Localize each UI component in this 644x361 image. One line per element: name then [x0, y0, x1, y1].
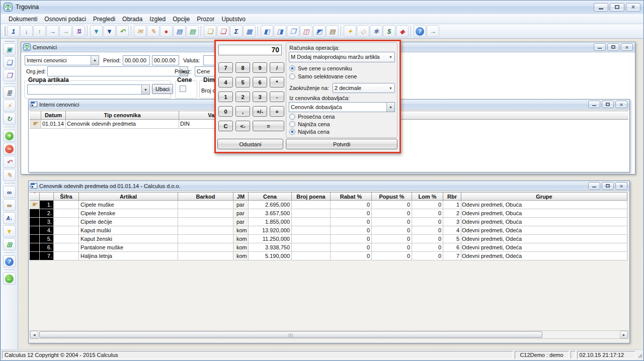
- archive-delete-icon[interactable]: ▤: [173, 25, 186, 37]
- resize-grip[interactable]: ◢: [638, 352, 642, 358]
- column-popust[interactable]: Popust %: [372, 192, 412, 201]
- menu-osnovni-podaci[interactable]: Osnovni podaci: [41, 15, 90, 24]
- scroll-left-icon[interactable]: ◀: [30, 331, 38, 338]
- mark-diamond-icon[interactable]: ◆: [396, 25, 409, 37]
- cell-datum[interactable]: 01.01.14: [41, 120, 66, 129]
- cell-popust[interactable]: 0: [372, 235, 412, 243]
- column-datum[interactable]: Datum: [41, 111, 66, 120]
- key-plusminus[interactable]: +/-: [253, 106, 267, 117]
- cell-row-number[interactable]: 2.: [40, 209, 54, 218]
- cell-artikal[interactable]: Cipele dečije: [79, 218, 178, 226]
- cell-row-number[interactable]: 7.: [40, 252, 54, 260]
- cell-barkod[interactable]: [178, 201, 233, 209]
- cell-barkod[interactable]: [178, 209, 233, 218]
- layout-sidebar-icon[interactable]: ◧: [261, 25, 273, 37]
- close-button[interactable]: ×: [621, 43, 633, 51]
- calendar-icon[interactable]: ▦: [243, 25, 256, 37]
- cell-artikal[interactable]: Cipele muške: [79, 201, 178, 209]
- cell-tip-cenovnika[interactable]: Cenovnik odevnih predmeta: [66, 120, 179, 129]
- cell-popust[interactable]: 0: [372, 201, 412, 209]
- minimize-button[interactable]: [588, 101, 600, 108]
- cell-barkod[interactable]: [178, 226, 233, 235]
- cell-broj-poena[interactable]: [292, 201, 331, 209]
- period-to-field[interactable]: 00.00.00: [152, 55, 179, 65]
- cell-rbr[interactable]: 5: [443, 235, 461, 243]
- minimize-button[interactable]: [588, 182, 600, 190]
- menu-dokumenti[interactable]: Dokumenti: [5, 15, 41, 24]
- close-button[interactable]: ×: [615, 101, 627, 108]
- cell-broj-poena[interactable]: [292, 209, 331, 218]
- cell-popust[interactable]: 0: [372, 252, 412, 260]
- radio-icon[interactable]: [289, 65, 295, 71]
- column-sifra[interactable]: Šifra: [54, 192, 79, 201]
- minimize-button[interactable]: [594, 3, 608, 12]
- key-7[interactable]: 7: [218, 62, 233, 73]
- new-document-icon[interactable]: 1: [7, 25, 20, 37]
- next-record-icon[interactable]: →: [59, 25, 72, 37]
- column-lom[interactable]: Lom %: [412, 192, 443, 201]
- cell-grupe[interactable]: Odevni predmeti, Obuća: [461, 209, 627, 218]
- column-cena[interactable]: Cena: [249, 192, 292, 201]
- table-row[interactable]: 2. Cipele ženske par 3.657,500 0 0 0 2 O…: [30, 209, 627, 218]
- menu-prozor[interactable]: Prozor: [193, 15, 218, 24]
- cell-row-number[interactable]: 4.: [40, 226, 54, 235]
- cell-grupe[interactable]: Odevni predmeti, Odeća: [461, 243, 627, 252]
- radio-icon[interactable]: [289, 129, 295, 135]
- cell-sifra[interactable]: [54, 252, 79, 260]
- cell-grupe[interactable]: Odevni predmeti, Odeća: [461, 226, 627, 235]
- chevron-down-icon[interactable]: ▼: [91, 56, 99, 65]
- cell-popust[interactable]: 0: [372, 209, 412, 218]
- menu-opcije[interactable]: Opcije: [169, 15, 193, 24]
- table-row[interactable]: ☛ 1. Cipele muške par 2.695,000 0 0 0 1 …: [30, 201, 627, 209]
- filter-icon[interactable]: ▼: [3, 225, 16, 237]
- key-8[interactable]: 8: [235, 62, 250, 73]
- sidebar-grip[interactable]: [5, 40, 15, 42]
- key-backspace[interactable]: <-: [235, 121, 250, 131]
- toolbar-grip[interactable]: [4, 26, 6, 36]
- column-barkod[interactable]: Barkod: [178, 192, 233, 201]
- chevron-down-icon[interactable]: ▼: [141, 85, 149, 94]
- exit-icon[interactable]: →: [427, 25, 439, 37]
- cell-lom[interactable]: 0: [412, 218, 443, 226]
- table-row[interactable]: 5. Kaput ženski kom 11.250,000 0 0 0 5 O…: [30, 235, 627, 243]
- edit-cell-icon[interactable]: ✎: [3, 169, 16, 181]
- print-icon[interactable]: ≣: [3, 86, 16, 99]
- layout-mark-icon[interactable]: ◫: [300, 25, 312, 37]
- cell-rabat[interactable]: 0: [331, 252, 372, 260]
- notes-icon[interactable]: ▤: [326, 25, 339, 37]
- cell-jm[interactable]: kom: [233, 243, 249, 252]
- copy-mark-icon[interactable]: ❏: [217, 25, 229, 37]
- radio-icon[interactable]: [289, 73, 295, 79]
- cell-artikal[interactable]: Haljina letnja: [79, 252, 178, 260]
- key-multiply[interactable]: *: [270, 77, 284, 87]
- back-icon[interactable]: ←: [3, 273, 16, 285]
- cell-jm[interactable]: kom: [233, 226, 249, 235]
- layout-grid-icon[interactable]: ◨: [274, 25, 286, 37]
- cell-sifra[interactable]: [54, 209, 79, 218]
- cell-broj-poena[interactable]: [292, 218, 331, 226]
- table-row[interactable]: 6. Pantalone muške kom 3.938,750 0 0 0 6…: [30, 243, 627, 252]
- scroll-right-icon[interactable]: ▶: [620, 331, 628, 338]
- sort-az-icon[interactable]: A↓: [3, 212, 16, 224]
- cell-popust[interactable]: 0: [372, 226, 412, 235]
- radio-icon[interactable]: [289, 114, 295, 120]
- key-5[interactable]: 5: [235, 77, 250, 87]
- cell-sifra[interactable]: [54, 201, 79, 209]
- cell-jm[interactable]: kom: [233, 235, 249, 243]
- delete-record-icon[interactable]: ●: [160, 25, 173, 37]
- cell-rabat[interactable]: 0: [331, 218, 372, 226]
- print-preview-icon[interactable]: ↻: [3, 113, 16, 125]
- cell-artikal[interactable]: Kaput muški: [79, 226, 178, 235]
- cell-barkod[interactable]: [178, 243, 233, 252]
- radio-icon[interactable]: [289, 121, 295, 127]
- cell-row-number[interactable]: 5.: [40, 235, 54, 243]
- operation-dropdown[interactable]: M Dodaj maloprodajnu maržu artikla ▼: [289, 52, 395, 62]
- cell-popust[interactable]: 0: [372, 218, 412, 226]
- key-equals[interactable]: =: [253, 121, 284, 131]
- column-jm[interactable]: JM: [233, 192, 249, 201]
- rounding-dropdown[interactable]: 2 decimale ▼: [333, 83, 395, 93]
- menu-obrada[interactable]: Obrada: [119, 15, 146, 24]
- cell-jm[interactable]: kom: [233, 252, 249, 260]
- cell-rbr[interactable]: 1: [443, 201, 461, 209]
- cell-jm[interactable]: par: [233, 209, 249, 218]
